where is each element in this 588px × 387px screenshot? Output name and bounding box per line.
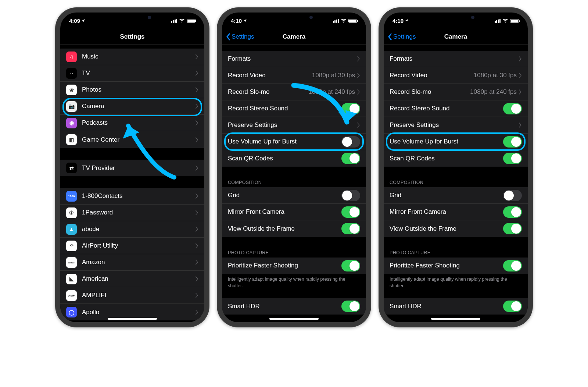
row-record-slomo[interactable]: Record Slo-mo1080p at 240 fps xyxy=(384,84,528,100)
row-scan-qr[interactable]: Scan QR Codes xyxy=(222,150,366,167)
toggle-mirror-front[interactable] xyxy=(341,206,360,218)
app-icon: ∙tv xyxy=(66,68,77,79)
chevron-right-icon xyxy=(196,71,198,76)
app-icon: 1800 xyxy=(66,191,77,202)
settings-row-tvprovider[interactable]: ⇄TV Provider xyxy=(60,160,204,176)
row-smart-hdr[interactable]: Smart HDR xyxy=(222,298,366,315)
settings-row-music[interactable]: ♫Music xyxy=(60,49,204,65)
settings-row-1password[interactable]: ①1Password xyxy=(60,205,204,221)
settings-row-airportutility[interactable]: ⌔AirPort Utility xyxy=(60,238,204,254)
settings-row-american[interactable]: ◣American xyxy=(60,271,204,287)
app-icon: amzn xyxy=(66,257,77,268)
camera-settings-list[interactable]: FormatsRecord Video1080p at 30 fpsRecord… xyxy=(384,45,528,322)
signal-icon xyxy=(333,19,339,23)
back-button[interactable]: Settings xyxy=(222,33,254,40)
row-formats[interactable]: Formats xyxy=(222,51,366,67)
page-title: Settings xyxy=(60,33,204,40)
settings-row-tv[interactable]: ∙tvTV xyxy=(60,65,204,82)
row-smart-hdr[interactable]: Smart HDR xyxy=(384,298,528,315)
row-record-video[interactable]: Record Video1080p at 30 fps xyxy=(384,67,528,84)
row-label: Apollo xyxy=(82,309,196,316)
back-button[interactable]: Settings xyxy=(384,33,416,40)
row-scan-qr[interactable]: Scan QR Codes xyxy=(384,150,528,167)
row-volume-burst[interactable]: Use Volume Up for Burst xyxy=(384,134,528,150)
row-label: TV xyxy=(82,70,196,77)
chevron-right-icon xyxy=(196,210,198,215)
toggle-mirror-front[interactable] xyxy=(503,206,522,218)
toggle-grid[interactable] xyxy=(503,190,522,201)
row-label: Camera xyxy=(82,103,196,110)
chevron-right-icon xyxy=(519,123,522,128)
settings-row-amazon[interactable]: amznAmazon xyxy=(60,254,204,271)
settings-row-podcasts[interactable]: ◉Podcasts xyxy=(60,115,204,131)
toggle-grid[interactable] xyxy=(341,190,360,201)
row-prioritize-faster[interactable]: Prioritize Faster Shooting xyxy=(222,258,366,274)
camera-settings-list[interactable]: FormatsRecord Video1080p at 30 fpsRecord… xyxy=(222,45,366,322)
settings-row-1800contacts[interactable]: 18001-800Contacts xyxy=(60,188,204,205)
toggle-record-stereo[interactable] xyxy=(503,103,522,114)
row-label: Photos xyxy=(82,86,196,93)
chevron-right-icon xyxy=(196,276,198,281)
chevron-right-icon xyxy=(196,260,198,265)
app-icon: ◣ xyxy=(66,274,77,284)
row-view-outside[interactable]: View Outside the Frame xyxy=(384,220,528,237)
signal-icon xyxy=(495,19,501,23)
chevron-right-icon xyxy=(196,243,198,248)
chevron-right-icon xyxy=(196,194,198,199)
row-label: AirPort Utility xyxy=(82,242,196,249)
status-time: 4:10 xyxy=(392,18,404,24)
toggle-view-outside[interactable] xyxy=(503,223,522,234)
notch xyxy=(421,13,491,23)
row-record-stereo[interactable]: Record Stereo Sound xyxy=(384,100,528,117)
settings-row-photos[interactable]: ❀Photos xyxy=(60,82,204,98)
settings-row-abode[interactable]: ▲abode xyxy=(60,221,204,238)
toggle-view-outside[interactable] xyxy=(341,223,360,234)
home-indicator[interactable] xyxy=(269,318,319,320)
chevron-right-icon xyxy=(357,89,360,95)
row-mirror-front[interactable]: Mirror Front Camera xyxy=(222,204,366,220)
chevron-right-icon xyxy=(519,89,522,95)
app-icon: ◯ xyxy=(66,307,77,317)
row-prioritize-faster[interactable]: Prioritize Faster Shooting xyxy=(384,258,528,274)
battery-icon xyxy=(187,19,196,23)
row-preserve-settings[interactable]: Preserve Settings xyxy=(384,117,528,134)
app-icon: ♫ xyxy=(66,52,77,62)
detail-value: 1080p at 240 fps xyxy=(470,88,517,96)
row-view-outside[interactable]: View Outside the Frame xyxy=(222,220,366,237)
back-label: Settings xyxy=(232,33,254,40)
toggle-prioritize-faster[interactable] xyxy=(341,260,360,271)
toggle-prioritize-faster[interactable] xyxy=(503,260,522,271)
settings-row-amplifi[interactable]: AMPAMPLIFI xyxy=(60,287,204,304)
settings-list[interactable]: ♫Music∙tvTV❀Photos📷Camera◉Podcasts◧Game … xyxy=(60,45,204,322)
row-formats[interactable]: Formats xyxy=(384,51,528,67)
toggle-volume-burst[interactable] xyxy=(341,136,360,148)
home-indicator[interactable] xyxy=(108,318,157,320)
row-record-slomo[interactable]: Record Slo-mo1080p at 240 fps xyxy=(222,84,366,100)
chevron-right-icon xyxy=(357,123,360,128)
toggle-volume-burst[interactable] xyxy=(503,136,522,148)
row-label: abode xyxy=(82,226,196,233)
toggle-scan-qr[interactable] xyxy=(341,153,360,164)
home-indicator[interactable] xyxy=(431,318,480,320)
toggle-smart-hdr[interactable] xyxy=(503,301,522,312)
row-record-video[interactable]: Record Video1080p at 30 fps xyxy=(222,67,366,84)
toggle-record-stereo[interactable] xyxy=(341,103,360,114)
row-preserve-settings[interactable]: Preserve Settings xyxy=(222,117,366,134)
toggle-scan-qr[interactable] xyxy=(503,153,522,164)
row-grid[interactable]: Grid xyxy=(384,187,528,204)
detail-value: 1080p at 240 fps xyxy=(308,88,355,96)
row-grid[interactable]: Grid xyxy=(222,187,366,204)
notch xyxy=(259,13,329,23)
battery-icon xyxy=(510,19,519,23)
row-volume-burst[interactable]: Use Volume Up for Burst xyxy=(222,134,366,150)
row-mirror-front[interactable]: Mirror Front Camera xyxy=(384,204,528,220)
toggle-smart-hdr[interactable] xyxy=(341,301,360,312)
row-label: Music xyxy=(82,53,196,60)
chevron-right-icon xyxy=(196,87,198,92)
settings-row-gamecenter[interactable]: ◧Game Center xyxy=(60,131,204,148)
row-record-stereo[interactable]: Record Stereo Sound xyxy=(222,100,366,117)
settings-row-camera[interactable]: 📷Camera xyxy=(60,98,204,115)
row-label: 1-800Contacts xyxy=(82,192,196,200)
app-icon: ① xyxy=(66,207,77,218)
chevron-right-icon xyxy=(519,56,522,61)
